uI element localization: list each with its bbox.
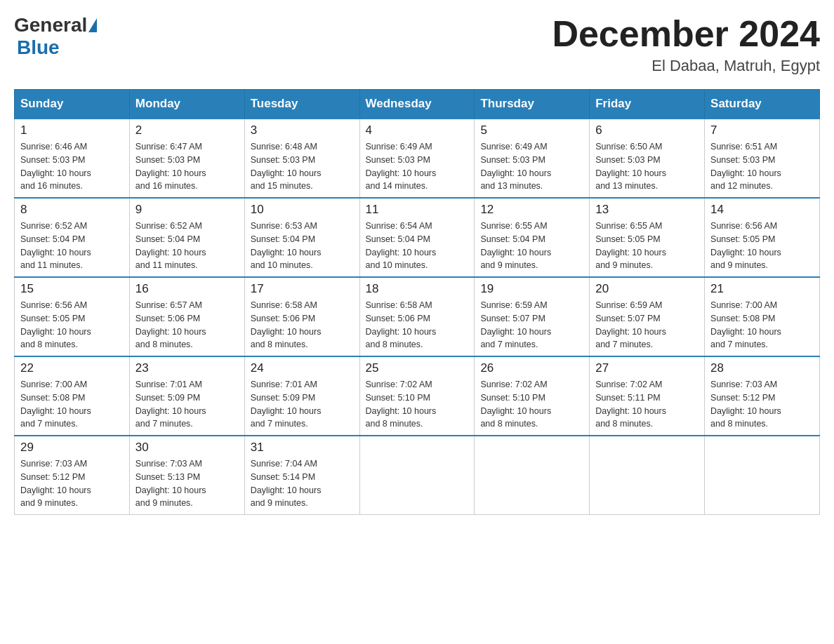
weekday-header-sunday: Sunday <box>15 90 130 119</box>
day-number: 7 <box>710 123 814 137</box>
calendar-cell: 28 Sunrise: 7:03 AMSunset: 5:12 PMDaylig… <box>705 356 820 436</box>
calendar-title: December 2024 <box>552 14 820 54</box>
calendar-cell: 26 Sunrise: 7:02 AMSunset: 5:10 PMDaylig… <box>475 356 590 436</box>
day-info: Sunrise: 6:59 AMSunset: 5:07 PMDaylight:… <box>480 300 551 349</box>
weekday-header-saturday: Saturday <box>705 90 820 119</box>
day-number: 20 <box>595 282 699 296</box>
day-number: 10 <box>251 203 354 217</box>
week-row-4: 22 Sunrise: 7:00 AMSunset: 5:08 PMDaylig… <box>15 356 820 436</box>
day-number: 22 <box>20 361 124 375</box>
day-number: 27 <box>595 361 699 375</box>
day-info: Sunrise: 7:00 AMSunset: 5:08 PMDaylight:… <box>20 380 91 429</box>
day-number: 17 <box>251 282 354 296</box>
day-info: Sunrise: 6:58 AMSunset: 5:06 PMDaylight:… <box>366 300 437 349</box>
calendar-cell: 29 Sunrise: 7:03 AMSunset: 5:12 PMDaylig… <box>15 436 130 515</box>
day-info: Sunrise: 6:47 AMSunset: 5:03 PMDaylight:… <box>135 142 206 191</box>
calendar-cell: 1 Sunrise: 6:46 AMSunset: 5:03 PMDayligh… <box>15 119 130 198</box>
day-info: Sunrise: 7:04 AMSunset: 5:14 PMDaylight:… <box>251 459 322 508</box>
calendar-cell: 31 Sunrise: 7:04 AMSunset: 5:14 PMDaylig… <box>244 436 359 515</box>
calendar-cell: 16 Sunrise: 6:57 AMSunset: 5:06 PMDaylig… <box>129 277 244 356</box>
calendar-cell: 19 Sunrise: 6:59 AMSunset: 5:07 PMDaylig… <box>475 277 590 356</box>
calendar-cell: 8 Sunrise: 6:52 AMSunset: 5:04 PMDayligh… <box>15 198 130 277</box>
day-info: Sunrise: 6:51 AMSunset: 5:03 PMDaylight:… <box>710 142 781 191</box>
calendar-cell: 14 Sunrise: 6:56 AMSunset: 5:05 PMDaylig… <box>705 198 820 277</box>
weekday-header-thursday: Thursday <box>475 90 590 119</box>
day-info: Sunrise: 6:50 AMSunset: 5:03 PMDaylight:… <box>595 142 666 191</box>
day-number: 16 <box>135 282 239 296</box>
day-info: Sunrise: 6:55 AMSunset: 5:04 PMDaylight:… <box>480 221 551 270</box>
day-number: 15 <box>20 282 124 296</box>
day-info: Sunrise: 6:55 AMSunset: 5:05 PMDaylight:… <box>595 221 666 270</box>
calendar-cell: 21 Sunrise: 7:00 AMSunset: 5:08 PMDaylig… <box>705 277 820 356</box>
logo-blue: Blue <box>17 36 60 58</box>
day-number: 26 <box>480 361 583 375</box>
day-info: Sunrise: 6:56 AMSunset: 5:05 PMDaylight:… <box>710 221 781 270</box>
calendar-table: SundayMondayTuesdayWednesdayThursdayFrid… <box>14 89 820 515</box>
calendar-cell <box>475 436 590 515</box>
logo: General Blue <box>14 14 98 59</box>
day-number: 25 <box>366 361 469 375</box>
calendar-cell: 6 Sunrise: 6:50 AMSunset: 5:03 PMDayligh… <box>590 119 705 198</box>
calendar-cell <box>359 436 475 515</box>
calendar-cell: 22 Sunrise: 7:00 AMSunset: 5:08 PMDaylig… <box>15 356 130 436</box>
day-number: 11 <box>366 203 469 217</box>
day-number: 1 <box>20 123 124 137</box>
day-info: Sunrise: 6:57 AMSunset: 5:06 PMDaylight:… <box>135 300 206 349</box>
weekday-header-friday: Friday <box>590 90 705 119</box>
calendar-cell: 24 Sunrise: 7:01 AMSunset: 5:09 PMDaylig… <box>244 356 359 436</box>
day-number: 6 <box>595 123 699 137</box>
day-info: Sunrise: 6:56 AMSunset: 5:05 PMDaylight:… <box>20 300 91 349</box>
calendar-cell: 25 Sunrise: 7:02 AMSunset: 5:10 PMDaylig… <box>359 356 475 436</box>
day-info: Sunrise: 7:02 AMSunset: 5:10 PMDaylight:… <box>366 380 437 429</box>
day-number: 4 <box>366 123 469 137</box>
calendar-cell: 18 Sunrise: 6:58 AMSunset: 5:06 PMDaylig… <box>359 277 475 356</box>
day-info: Sunrise: 7:03 AMSunset: 5:12 PMDaylight:… <box>710 380 781 429</box>
day-number: 29 <box>20 441 124 455</box>
day-number: 19 <box>480 282 583 296</box>
day-info: Sunrise: 7:02 AMSunset: 5:11 PMDaylight:… <box>595 380 666 429</box>
day-number: 14 <box>710 203 814 217</box>
day-number: 24 <box>251 361 354 375</box>
day-info: Sunrise: 6:54 AMSunset: 5:04 PMDaylight:… <box>366 221 437 270</box>
day-info: Sunrise: 7:02 AMSunset: 5:10 PMDaylight:… <box>480 380 551 429</box>
calendar-cell: 20 Sunrise: 6:59 AMSunset: 5:07 PMDaylig… <box>590 277 705 356</box>
day-info: Sunrise: 7:03 AMSunset: 5:13 PMDaylight:… <box>135 459 206 508</box>
page-header: General Blue December 2024 El Dabaa, Mat… <box>14 14 820 75</box>
day-number: 30 <box>135 441 239 455</box>
day-number: 12 <box>480 203 583 217</box>
day-number: 5 <box>480 123 583 137</box>
title-block: December 2024 El Dabaa, Matruh, Egypt <box>552 14 820 75</box>
calendar-cell: 23 Sunrise: 7:01 AMSunset: 5:09 PMDaylig… <box>129 356 244 436</box>
calendar-cell: 5 Sunrise: 6:49 AMSunset: 5:03 PMDayligh… <box>475 119 590 198</box>
day-info: Sunrise: 6:48 AMSunset: 5:03 PMDaylight:… <box>251 142 322 191</box>
day-number: 2 <box>135 123 239 137</box>
logo-general: General <box>14 14 87 36</box>
calendar-cell: 10 Sunrise: 6:53 AMSunset: 5:04 PMDaylig… <box>244 198 359 277</box>
calendar-cell: 13 Sunrise: 6:55 AMSunset: 5:05 PMDaylig… <box>590 198 705 277</box>
week-row-5: 29 Sunrise: 7:03 AMSunset: 5:12 PMDaylig… <box>15 436 820 515</box>
day-info: Sunrise: 6:58 AMSunset: 5:06 PMDaylight:… <box>251 300 322 349</box>
day-info: Sunrise: 7:01 AMSunset: 5:09 PMDaylight:… <box>251 380 322 429</box>
day-number: 21 <box>710 282 814 296</box>
day-number: 3 <box>251 123 354 137</box>
day-info: Sunrise: 6:59 AMSunset: 5:07 PMDaylight:… <box>595 300 666 349</box>
day-number: 23 <box>135 361 239 375</box>
week-row-2: 8 Sunrise: 6:52 AMSunset: 5:04 PMDayligh… <box>15 198 820 277</box>
calendar-cell: 3 Sunrise: 6:48 AMSunset: 5:03 PMDayligh… <box>244 119 359 198</box>
calendar-cell: 15 Sunrise: 6:56 AMSunset: 5:05 PMDaylig… <box>15 277 130 356</box>
weekday-header-row: SundayMondayTuesdayWednesdayThursdayFrid… <box>15 90 820 119</box>
day-info: Sunrise: 6:53 AMSunset: 5:04 PMDaylight:… <box>251 221 322 270</box>
calendar-cell: 17 Sunrise: 6:58 AMSunset: 5:06 PMDaylig… <box>244 277 359 356</box>
calendar-cell <box>590 436 705 515</box>
calendar-cell <box>705 436 820 515</box>
calendar-cell: 2 Sunrise: 6:47 AMSunset: 5:03 PMDayligh… <box>129 119 244 198</box>
weekday-header-wednesday: Wednesday <box>359 90 475 119</box>
calendar-cell: 11 Sunrise: 6:54 AMSunset: 5:04 PMDaylig… <box>359 198 475 277</box>
day-info: Sunrise: 7:00 AMSunset: 5:08 PMDaylight:… <box>710 300 781 349</box>
weekday-header-monday: Monday <box>129 90 244 119</box>
calendar-cell: 30 Sunrise: 7:03 AMSunset: 5:13 PMDaylig… <box>129 436 244 515</box>
day-info: Sunrise: 7:01 AMSunset: 5:09 PMDaylight:… <box>135 380 206 429</box>
day-info: Sunrise: 6:49 AMSunset: 5:03 PMDaylight:… <box>366 142 437 191</box>
calendar-subtitle: El Dabaa, Matruh, Egypt <box>552 57 820 75</box>
day-number: 18 <box>366 282 469 296</box>
